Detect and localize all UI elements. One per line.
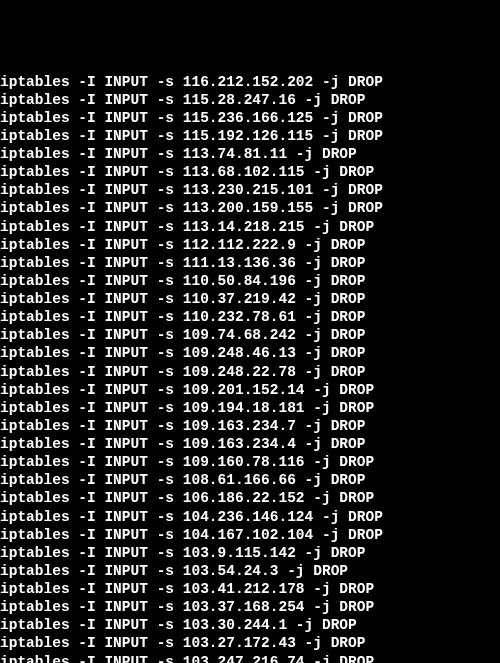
terminal-line: iptables -I INPUT -s 113.230.215.101 -j …	[0, 181, 500, 199]
terminal-line: iptables -I INPUT -s 113.68.102.115 -j D…	[0, 163, 500, 181]
terminal-line: iptables -I INPUT -s 103.27.172.43 -j DR…	[0, 634, 500, 652]
terminal-line: iptables -I INPUT -s 110.232.78.61 -j DR…	[0, 308, 500, 326]
terminal-line: iptables -I INPUT -s 115.28.247.16 -j DR…	[0, 91, 500, 109]
terminal-line: iptables -I INPUT -s 110.50.84.196 -j DR…	[0, 272, 500, 290]
terminal-line: iptables -I INPUT -s 103.54.24.3 -j DROP	[0, 562, 500, 580]
terminal-line: iptables -I INPUT -s 115.236.166.125 -j …	[0, 109, 500, 127]
terminal-line: iptables -I INPUT -s 109.201.152.14 -j D…	[0, 381, 500, 399]
terminal-line: iptables -I INPUT -s 104.236.146.124 -j …	[0, 508, 500, 526]
terminal-line: iptables -I INPUT -s 116.212.152.202 -j …	[0, 73, 500, 91]
terminal-line: iptables -I INPUT -s 108.61.166.66 -j DR…	[0, 471, 500, 489]
terminal-line: iptables -I INPUT -s 111.13.136.36 -j DR…	[0, 254, 500, 272]
terminal-line: iptables -I INPUT -s 110.37.219.42 -j DR…	[0, 290, 500, 308]
terminal-line: iptables -I INPUT -s 109.74.68.242 -j DR…	[0, 326, 500, 344]
terminal-line: iptables -I INPUT -s 113.74.81.11 -j DRO…	[0, 145, 500, 163]
terminal-line: iptables -I INPUT -s 109.163.234.7 -j DR…	[0, 417, 500, 435]
terminal-line: iptables -I INPUT -s 109.163.234.4 -j DR…	[0, 435, 500, 453]
terminal-line: iptables -I INPUT -s 106.186.22.152 -j D…	[0, 489, 500, 507]
terminal-line: iptables -I INPUT -s 109.248.22.78 -j DR…	[0, 363, 500, 381]
terminal-line: iptables -I INPUT -s 113.14.218.215 -j D…	[0, 218, 500, 236]
terminal-line: iptables -I INPUT -s 109.194.18.181 -j D…	[0, 399, 500, 417]
terminal-line: iptables -I INPUT -s 103.247.216.74 -j D…	[0, 653, 500, 664]
terminal-line: iptables -I INPUT -s 103.9.115.142 -j DR…	[0, 544, 500, 562]
terminal-line: iptables -I INPUT -s 115.192.126.115 -j …	[0, 127, 500, 145]
terminal-line: iptables -I INPUT -s 103.41.212.178 -j D…	[0, 580, 500, 598]
terminal-line: iptables -I INPUT -s 112.112.222.9 -j DR…	[0, 236, 500, 254]
terminal-line: iptables -I INPUT -s 103.30.244.1 -j DRO…	[0, 616, 500, 634]
terminal-line: iptables -I INPUT -s 109.160.78.116 -j D…	[0, 453, 500, 471]
terminal-line: iptables -I INPUT -s 103.37.168.254 -j D…	[0, 598, 500, 616]
terminal-line: iptables -I INPUT -s 109.248.46.13 -j DR…	[0, 344, 500, 362]
terminal-line: iptables -I INPUT -s 113.200.159.155 -j …	[0, 199, 500, 217]
terminal-line: iptables -I INPUT -s 104.167.102.104 -j …	[0, 526, 500, 544]
terminal-output: iptables -I INPUT -s 116.212.152.202 -j …	[0, 73, 500, 664]
